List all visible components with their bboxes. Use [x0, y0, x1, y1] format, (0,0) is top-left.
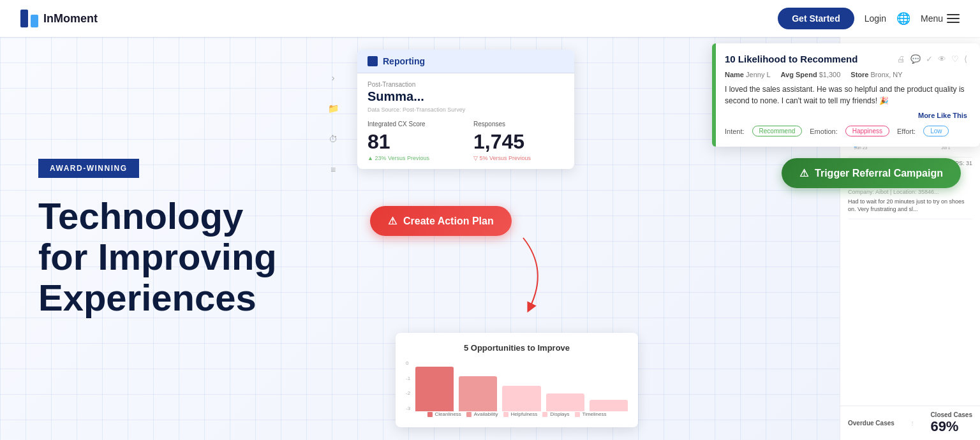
feedback-header: 10 Likelihood to Recommend 🖨 💬 ✓ 👁 ♡ ⟨: [725, 54, 967, 64]
opportunities-title: 5 Opportunities to Improve: [406, 343, 628, 353]
feedback-text: I loved the sales assistant. He was so h…: [725, 84, 967, 106]
reporting-subtitle: Post-Transaction: [368, 81, 564, 88]
emotion-tag: Happiness: [845, 126, 889, 136]
cx-score: 81: [368, 130, 458, 154]
negative-company: Company: Aibot | Location: 35846...: [848, 189, 972, 195]
sidebar-clock-icon[interactable]: ⏱: [324, 130, 342, 148]
legend-displays: Displays: [542, 411, 569, 417]
opportunities-legend: Cleanliness Availability Helpfulness Dis…: [406, 411, 628, 417]
feedback-action-icons: 🖨 💬 ✓ 👁 ♡ ⟨: [897, 54, 967, 64]
cta-green-label: Trigger Referral Campaign: [815, 168, 943, 179]
responses-change: ▽ 5% Versus Previous: [473, 155, 564, 161]
trigger-referral-button[interactable]: ⚠ Trigger Referral Campaign: [782, 158, 961, 188]
bar-cleanliness: [415, 367, 454, 411]
hamburger-icon: [947, 14, 960, 23]
bar-availability: [459, 376, 497, 411]
svg-rect-1: [31, 15, 38, 27]
reporting-body: Post-Transaction Summa... Data Source: P…: [357, 73, 574, 169]
navbar: InMoment Get Started Login 🌐 Menu: [0, 0, 980, 37]
logo: InMoment: [20, 10, 98, 27]
opportunities-chart: [415, 360, 628, 411]
bar-displays: [546, 393, 584, 411]
cases-separator: ⋮: [910, 420, 915, 426]
get-started-button[interactable]: Get Started: [778, 8, 854, 29]
cx-label: Integrated CX Score: [368, 121, 458, 128]
feedback-meta: Name Jenny L Avg Spend $1,300 Store Bron…: [725, 71, 967, 78]
bar-timeliness: [590, 400, 628, 411]
reporting-label: Reporting: [383, 56, 425, 66]
cta-red-label: Create Action Plan: [403, 216, 494, 227]
reporting-title: Summa...: [368, 89, 564, 104]
negative-text: Had to wait for 20 minutes just to try o…: [848, 198, 972, 214]
sidebar-folder-icon[interactable]: 📁: [324, 99, 342, 117]
heart-icon[interactable]: ♡: [951, 54, 959, 64]
cases-footer: Overdue Cases ⋮ Closed Cases 69%: [840, 406, 980, 440]
responses-block: Responses 1,745 ▽ 5% Versus Previous: [473, 121, 564, 161]
login-link[interactable]: Login: [865, 13, 886, 24]
integrated-cx-block: Integrated CX Score 81 ▲ 23% Versus Prev…: [368, 121, 458, 161]
cx-change: ▲ 23% Versus Previous: [368, 155, 458, 161]
meta-name: Name Jenny L: [725, 71, 771, 78]
intent-label: Intent:: [725, 128, 745, 135]
hero-section: AWARD-WINNING Technology for Improving E…: [0, 37, 980, 440]
meta-store: Store Bronx, NY: [850, 71, 902, 78]
feedback-tags: Intent: Recommend Emotion: Happiness Eff…: [725, 126, 967, 136]
feedback-card: 10 Likelihood to Recommend 🖨 💬 ✓ 👁 ♡ ⟨ N…: [712, 43, 980, 147]
svg-rect-0: [20, 10, 28, 27]
create-action-plan-button[interactable]: ⚠ Create Action Plan: [370, 206, 512, 236]
sidebar-chevron-icon[interactable]: ›: [324, 69, 342, 87]
print-icon[interactable]: 🖨: [897, 54, 905, 64]
legend-helpfulness: Helpfulness: [503, 411, 538, 417]
responses-value: 1,745: [473, 130, 564, 154]
effort-tag: Low: [923, 126, 949, 136]
emotion-label: Emotion:: [810, 128, 837, 135]
menu-button[interactable]: Menu: [921, 13, 960, 24]
intent-tag: Recommend: [752, 126, 803, 136]
score-section: Integrated CX Score 81 ▲ 23% Versus Prev…: [368, 121, 564, 161]
legend-cleanliness: Cleanliness: [427, 411, 461, 417]
share-icon[interactable]: ⟨: [964, 54, 967, 64]
feedback-score-bar: [712, 43, 716, 147]
hero-right: › 📁 ⏱ ≡ Reporting Post-Transaction Summa…: [306, 37, 980, 440]
reporting-header: Reporting: [357, 50, 574, 73]
globe-icon[interactable]: 🌐: [896, 11, 910, 26]
more-like-this-link[interactable]: More Like This: [725, 112, 967, 119]
comment-icon[interactable]: 💬: [910, 54, 921, 64]
logo-text: InMoment: [43, 12, 98, 26]
responses-label: Responses: [473, 121, 564, 128]
nav-right: Get Started Login 🌐 Menu: [778, 8, 960, 29]
bar-helpfulness: [502, 386, 540, 411]
cta-red-icon: ⚠: [388, 215, 397, 227]
reporting-source: Data Source: Post-Transaction Survey: [368, 106, 564, 113]
check-icon[interactable]: ✓: [926, 54, 933, 64]
opportunities-card: 5 Opportunities to Improve 0-1-2-3 Clean…: [396, 333, 638, 427]
closed-cases: Closed Cases 69%: [930, 411, 972, 435]
meta-spend: Avg Spend $1,300: [781, 71, 841, 78]
reporting-icon: [368, 56, 378, 66]
hero-left: AWARD-WINNING Technology for Improving E…: [0, 159, 370, 318]
arrow-connector: [510, 231, 574, 314]
overdue-cases: Overdue Cases: [848, 420, 895, 427]
logo-icon: [20, 10, 38, 27]
reporting-panel: Reporting Post-Transaction Summa... Data…: [357, 50, 574, 169]
eye-icon[interactable]: 👁: [938, 54, 946, 64]
award-badge: AWARD-WINNING: [38, 159, 139, 178]
hero-title: Technology for Improving Experiences: [38, 196, 332, 318]
cta-green-icon: ⚠: [799, 167, 808, 179]
effort-label: Effort:: [897, 128, 916, 135]
legend-timeliness: Timeliness: [575, 411, 607, 417]
feedback-score-title: 10 Likelihood to Recommend: [725, 54, 858, 64]
legend-availability: Availability: [466, 411, 498, 417]
